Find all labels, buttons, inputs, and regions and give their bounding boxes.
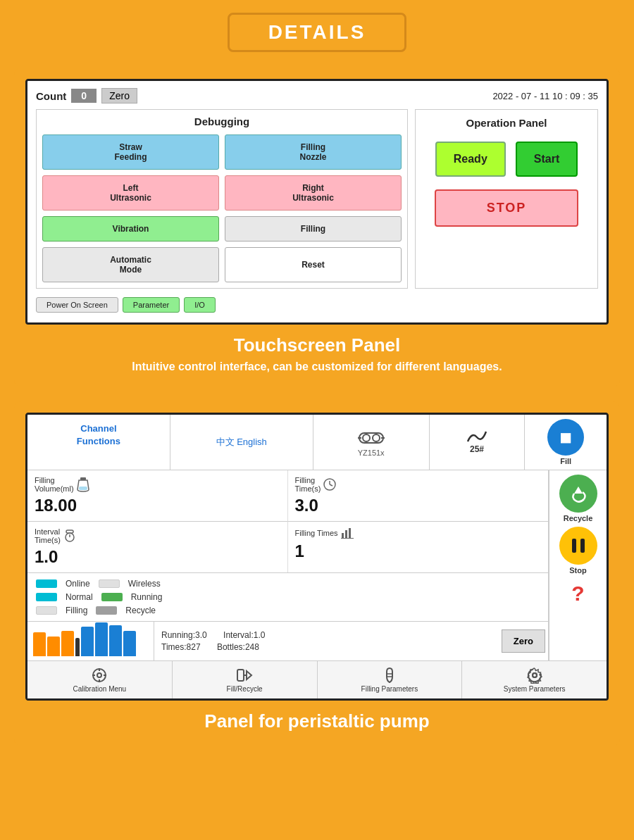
calibration-menu-label: Calibration Menu — [73, 685, 127, 693]
panel1-screen: Count 0 Zero 2022 - 07 - 11 10 : 09 : 35… — [25, 79, 609, 325]
io-tab[interactable]: I/O — [184, 297, 216, 313]
calibration-menu-btn[interactable]: Calibration Menu — [27, 661, 173, 698]
stop-circle-btn[interactable] — [559, 527, 597, 565]
curve-icon — [466, 430, 487, 443]
fill-recycle-label: Fill/Recycle — [227, 685, 263, 693]
running-stat: Running:3.0 — [161, 630, 207, 640]
interval-stat: Interval:1.0 — [223, 630, 265, 640]
svg-point-20 — [97, 673, 101, 677]
fill-circle-btn[interactable]: ◼ — [547, 419, 584, 456]
operation-title: Operation Panel — [466, 117, 547, 129]
filling-volume-value: 18.00 — [35, 496, 280, 515]
wireless-label: Wireless — [128, 579, 161, 589]
debugging-panel: Debugging StrawFeeding FillingNozzle Lef… — [36, 109, 408, 289]
svg-marker-26 — [247, 671, 251, 679]
filling-volume-label: Filling Volume(ml) — [35, 476, 280, 493]
filling-times-label: Filling Times — [295, 527, 542, 539]
svg-rect-13 — [342, 533, 344, 538]
status-row-1: Online Wireless — [36, 579, 540, 589]
p2-body: Filling Volume(ml) 18.00 Fill — [27, 470, 607, 660]
bar-7 — [109, 625, 122, 656]
recycle-btn-wrapper: Recycle — [559, 475, 597, 522]
system-params-icon — [526, 667, 543, 684]
p2-right-buttons: Recycle Stop ? — [549, 470, 607, 660]
ready-button[interactable]: Ready — [435, 142, 506, 177]
fill-icon: ◼ — [559, 430, 572, 445]
bar-1 — [33, 632, 46, 656]
online-dot — [36, 579, 57, 588]
bar-chart-icon — [341, 527, 354, 539]
stop-button[interactable]: STOP — [435, 189, 579, 227]
fill-btn-label: Fill — [560, 457, 571, 465]
straw-feeding-btn[interactable]: StrawFeeding — [42, 134, 219, 170]
svg-rect-6 — [79, 487, 87, 490]
interval-time-value: 1.0 — [35, 547, 280, 567]
operation-panel: Operation Panel Ready Start STOP — [415, 109, 598, 289]
filling-params-icon — [381, 667, 398, 684]
pump-model-label: YZ151x — [358, 449, 385, 457]
filling-time-metric: Filling Time(s) 3.0 — [288, 470, 549, 521]
question-icon: ? — [571, 582, 584, 605]
reset-btn[interactable]: Reset — [225, 247, 402, 282]
svg-rect-17 — [572, 539, 576, 553]
p2-header: ChannelFunctions 中文 English YZ151x — [27, 415, 607, 470]
panel1-bottom-tabs: Power On Screen Parameter I/O — [36, 294, 598, 315]
bar-3 — [61, 631, 74, 656]
filling-volume-metric: Filling Volume(ml) 18.00 — [27, 470, 288, 521]
filling-btn[interactable]: Filling — [225, 216, 402, 242]
pause-icon — [571, 537, 586, 554]
stop-btn-wrapper: Stop — [559, 527, 597, 575]
bar-4 — [75, 638, 80, 656]
fill-btn-cell[interactable]: ◼ Fill — [525, 415, 607, 470]
times-stat: Times:827 — [161, 642, 201, 652]
filling-parameters-btn[interactable]: Filling Parameters — [318, 661, 463, 698]
right-ultrasonic-btn[interactable]: RightUltrasonic — [225, 175, 402, 211]
svg-point-2 — [373, 434, 380, 441]
question-btn[interactable]: ? — [571, 582, 584, 606]
system-parameters-btn[interactable]: System Parameters — [462, 661, 607, 698]
clock-icon — [323, 478, 336, 491]
svg-rect-15 — [349, 528, 351, 538]
num-label: 25# — [470, 444, 484, 454]
filling-dot — [36, 606, 57, 615]
power-on-screen-tab[interactable]: Power On Screen — [36, 297, 118, 313]
panel1-main: Debugging StrawFeeding FillingNozzle Lef… — [36, 109, 598, 289]
section2-title: Panel for peristaltic pump — [25, 710, 609, 732]
filling-time-label: Filling Time(s) — [295, 476, 542, 493]
section1-subtitle: Intuitive control interface, can be cust… — [25, 361, 609, 373]
pump-icon — [358, 427, 385, 447]
recycle-circle-btn[interactable] — [559, 475, 597, 513]
lang-label: 中文 English — [216, 436, 267, 449]
recycle-status-label: Recycle — [125, 606, 156, 615]
count-area: Count 0 Zero — [36, 88, 137, 104]
fill-recycle-btn[interactable]: Fill/Recycle — [173, 661, 318, 698]
left-ultrasonic-btn[interactable]: LeftUltrasonic — [42, 175, 219, 211]
filling-nozzle-btn[interactable]: FillingNozzle — [225, 134, 402, 170]
timer-icon — [63, 529, 76, 542]
filling-status-label: Filling — [66, 606, 87, 615]
datetime-display: 2022 - 07 - 11 10 : 09 : 35 — [492, 91, 598, 101]
p2-bottom-section: Running:3.0 Interval:1.0 Times:827 Bottl… — [27, 621, 548, 660]
p2-footer: Calibration Menu Fill/Recycle Filling Pa… — [27, 660, 607, 698]
zero-button[interactable]: Zero — [101, 88, 137, 104]
start-button[interactable]: Start — [516, 142, 578, 177]
svg-point-31 — [533, 673, 537, 677]
section2-card: ChannelFunctions 中文 English YZ151x — [14, 401, 620, 746]
channel-functions-label: ChannelFunctions — [77, 423, 120, 446]
parameter-tab[interactable]: Parameter — [123, 297, 180, 313]
recycle-icon — [568, 484, 588, 503]
bar-5 — [81, 627, 94, 656]
section1-card: Count 0 Zero 2022 - 07 - 11 10 : 09 : 35… — [14, 68, 620, 387]
filling-time-value: 3.0 — [295, 496, 542, 515]
running-label: Running — [131, 592, 163, 602]
vibration-btn[interactable]: Vibration — [42, 216, 219, 242]
automatic-mode-btn[interactable]: AutomaticMode — [42, 247, 219, 282]
p2-zero-button[interactable]: Zero — [502, 629, 545, 653]
calibration-icon — [91, 667, 108, 684]
ready-start-row: Ready Start — [435, 142, 578, 177]
running-dot — [101, 593, 123, 601]
normal-label: Normal — [66, 592, 93, 602]
p2-left: Filling Volume(ml) 18.00 Fill — [27, 470, 549, 660]
bar-2 — [47, 637, 60, 656]
details-title: DETAILS — [268, 21, 366, 43]
